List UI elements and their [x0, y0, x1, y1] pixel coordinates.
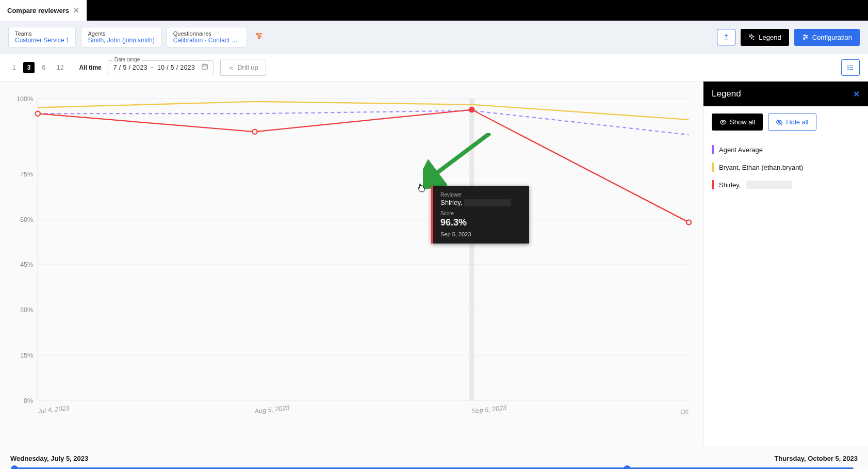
- filter-teams-label: Teams: [15, 30, 69, 37]
- list-icon: [847, 64, 854, 71]
- legend-list: Agent AverageBryant, Ethan (ethan.bryant…: [703, 138, 868, 197]
- hide-all-button[interactable]: Hide all: [768, 114, 816, 131]
- slider-handle-end[interactable]: [624, 465, 631, 469]
- tab-title: Compare reviewers: [7, 7, 69, 14]
- svg-rect-8: [202, 64, 208, 69]
- tooltip-date: Sep 5, 2023: [440, 231, 522, 237]
- zoom-12[interactable]: 12: [53, 62, 68, 73]
- chart-area: 100%75%60%45%30%15%0%Jul 4, 2023Aug 5, 2…: [0, 82, 703, 446]
- chevron-double-up-icon: [228, 64, 234, 71]
- range-to: Thursday, October 5, 2023: [774, 455, 858, 462]
- line-chart[interactable]: 100%75%60%45%30%15%0%Jul 4, 2023Aug 5, 2…: [8, 87, 695, 436]
- legend-swatch: [712, 180, 714, 189]
- hide-all-label: Hide all: [786, 118, 808, 126]
- upload-icon: [723, 34, 730, 41]
- zoom-group: 1 3 6 12: [8, 62, 68, 73]
- legend-title: Legend: [712, 89, 741, 99]
- sliders-icon: [802, 34, 809, 41]
- drill-up-label: Drill up: [237, 63, 258, 71]
- legend-swatch: [712, 145, 714, 154]
- tooltip-reviewer-label: Reviewer: [440, 192, 522, 198]
- svg-text:Sep 5, 2023: Sep 5, 2023: [471, 404, 507, 415]
- filter-questionnaires-label: Questionnaires: [173, 30, 240, 37]
- legend-swatch: [712, 163, 714, 172]
- svg-point-7: [804, 38, 805, 39]
- svg-text:Jul 4, 2023: Jul 4, 2023: [37, 405, 70, 415]
- date-from: 7 / 5 / 2023: [113, 64, 148, 71]
- date-range-input[interactable]: Date range 7 / 5 / 2023 – 10 / 5 / 2023: [108, 60, 214, 74]
- tooltip-score-label: Score: [440, 211, 522, 216]
- svg-point-16: [848, 67, 848, 68]
- body: 100%75%60%45%30%15%0%Jul 4, 2023Aug 5, 2…: [0, 82, 868, 446]
- legend-header: Legend ✕: [703, 82, 868, 106]
- zoom-3[interactable]: 3: [23, 62, 35, 73]
- svg-text:75%: 75%: [20, 171, 33, 178]
- eye-off-icon: [776, 119, 783, 126]
- tooltip-reviewer-value: Shirley,: [440, 199, 522, 206]
- legend-button-label: Legend: [759, 34, 781, 41]
- svg-point-38: [469, 107, 474, 112]
- chart-tooltip: Reviewer Shirley, Score 96.3% Sep 5, 202…: [431, 186, 529, 244]
- zoom-1[interactable]: 1: [8, 62, 20, 73]
- show-all-button[interactable]: Show all: [712, 114, 763, 131]
- filter-agents-value: Smith, John (john.smith): [88, 37, 154, 44]
- svg-point-34: [36, 111, 40, 116]
- svg-point-5: [806, 37, 807, 38]
- zoom-6[interactable]: 6: [38, 62, 50, 73]
- clear-filters-icon[interactable]: [255, 33, 263, 42]
- export-button[interactable]: [717, 29, 735, 45]
- configuration-button[interactable]: Configuration: [794, 29, 860, 46]
- legend-button[interactable]: Legend: [741, 29, 789, 46]
- legend-item[interactable]: Bryant, Ethan (ethan.bryant): [712, 158, 860, 176]
- legend-item-label: Bryant, Ethan (ethan.bryant): [719, 164, 803, 171]
- close-icon[interactable]: ✕: [73, 6, 79, 14]
- date-sep: –: [151, 64, 154, 71]
- eye-icon: [719, 119, 727, 126]
- all-time-button[interactable]: All time: [79, 64, 101, 71]
- filter-teams[interactable]: Teams Customer Service 1: [8, 27, 76, 47]
- svg-text:60%: 60%: [20, 216, 33, 223]
- legend-toggle-button[interactable]: [841, 59, 860, 76]
- svg-rect-33: [469, 99, 474, 400]
- filter-questionnaires-value: Calibration - Contact Cente…: [173, 37, 240, 44]
- svg-point-37: [686, 220, 691, 224]
- range-from: Wednesday, July 5, 2023: [10, 455, 88, 462]
- filter-bar: Teams Customer Service 1 Agents Smith, J…: [0, 21, 868, 54]
- legend-item-label: Shirley,: [719, 181, 741, 189]
- slider-handle-start[interactable]: [11, 465, 18, 469]
- legend-item[interactable]: Shirley,: [712, 176, 860, 193]
- svg-text:30%: 30%: [20, 306, 33, 314]
- legend-actions: Show all Hide all: [703, 106, 868, 138]
- svg-text:45%: 45%: [20, 261, 33, 268]
- legend-item[interactable]: Agent Average: [712, 141, 860, 158]
- svg-marker-0: [256, 34, 262, 38]
- svg-point-35: [252, 130, 257, 134]
- redacted-text: [746, 181, 792, 189]
- configuration-button-label: Configuration: [812, 34, 852, 41]
- svg-text:15%: 15%: [20, 352, 33, 359]
- close-legend-icon[interactable]: ✕: [853, 89, 860, 99]
- svg-point-15: [848, 65, 848, 66]
- show-all-label: Show all: [730, 118, 755, 126]
- filter-questionnaires[interactable]: Questionnaires Calibration - Contact Cen…: [167, 27, 247, 47]
- sparkle-icon: [748, 34, 756, 41]
- tooltip-score-value: 96.3%: [440, 217, 522, 228]
- svg-point-45: [722, 121, 724, 123]
- filter-agents-label: Agents: [88, 30, 154, 37]
- footer: Wednesday, July 5, 2023 Thursday, Octobe…: [0, 446, 868, 469]
- redacted-text: [464, 199, 511, 206]
- drill-up-button[interactable]: Drill up: [220, 59, 266, 76]
- svg-text:0%: 0%: [24, 397, 33, 405]
- tab-compare-reviewers[interactable]: Compare reviewers ✕: [0, 0, 87, 21]
- legend-item-label: Agent Average: [719, 146, 763, 154]
- control-bar: 1 3 6 12 All time Date range 7 / 5 / 202…: [0, 54, 868, 82]
- svg-point-3: [804, 35, 805, 36]
- filter-agents[interactable]: Agents Smith, John (john.smith): [81, 27, 161, 47]
- svg-point-17: [848, 69, 848, 69]
- calendar-icon[interactable]: [201, 63, 208, 72]
- svg-text:Aug 5, 2023: Aug 5, 2023: [254, 404, 290, 415]
- svg-text:Oc: Oc: [680, 408, 689, 416]
- filter-teams-value: Customer Service 1: [15, 37, 69, 44]
- date-to: 10 / 5 / 2023: [157, 64, 195, 71]
- topbar: Compare reviewers ✕: [0, 0, 868, 21]
